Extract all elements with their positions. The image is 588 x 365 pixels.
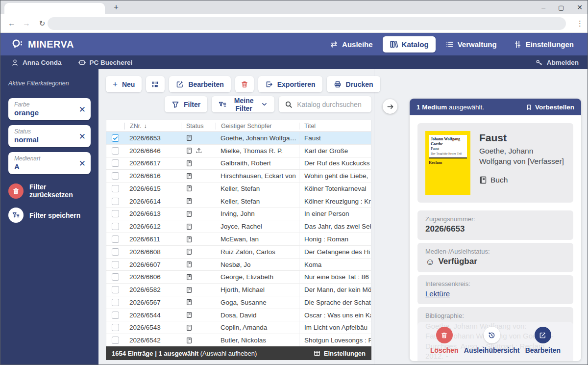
print-button[interactable]: Drucken bbox=[327, 76, 380, 92]
barcode-button[interactable] bbox=[146, 76, 165, 92]
table-row[interactable]: 2026/6653Goethe, Johann Wolfgang von [Ve… bbox=[106, 132, 371, 145]
export-button[interactable]: Exportieren bbox=[258, 76, 322, 92]
panel-action-bar: Löschen Ausleihübersicht bbox=[417, 322, 573, 361]
table-row[interactable]: 2026/6608Ruiz Zafón, CarlosDer Gefangene… bbox=[106, 246, 371, 259]
table-row[interactable]: 2026/6607Nesbø, JoKoma bbox=[106, 259, 371, 271]
row-checkbox[interactable] bbox=[112, 312, 119, 319]
cell-author: Irving, John bbox=[216, 210, 299, 217]
row-checkbox[interactable] bbox=[112, 223, 119, 230]
select-all-column[interactable] bbox=[106, 123, 124, 130]
search-input[interactable] bbox=[297, 101, 366, 108]
minimize-button[interactable]: – bbox=[541, 3, 545, 11]
browser-tab[interactable] bbox=[4, 3, 105, 14]
browser-menu-icon[interactable]: ⋮ bbox=[576, 14, 584, 33]
column-header-status[interactable]: Status bbox=[181, 123, 216, 130]
table-row[interactable]: 2026/6613Irving, JohnIn einer Person bbox=[106, 208, 371, 221]
save-filters-button[interactable]: Filter speichern bbox=[8, 208, 91, 223]
reload-icon[interactable]: ↻ bbox=[36, 14, 49, 33]
row-checkbox[interactable] bbox=[112, 273, 119, 281]
cell-author: Hjorth, Michael bbox=[216, 286, 299, 293]
book-icon bbox=[186, 312, 193, 318]
cell-author: Joyce, Rachel bbox=[216, 223, 299, 230]
filter-chip-farbe[interactable]: Farbe orange ✕ bbox=[8, 98, 91, 120]
forward-icon[interactable]: → bbox=[20, 14, 33, 33]
collapse-panel-button[interactable] bbox=[383, 99, 397, 114]
filter-button[interactable]: Filter bbox=[165, 96, 207, 112]
remove-filter-icon[interactable]: ✕ bbox=[79, 131, 86, 141]
book-icon bbox=[186, 324, 193, 331]
row-checkbox[interactable] bbox=[112, 248, 119, 256]
nav-item-verwaltung[interactable]: Verwaltung bbox=[439, 36, 504, 52]
row-checkbox[interactable] bbox=[112, 337, 119, 344]
edit-media-button[interactable]: Bearbeiten bbox=[525, 327, 561, 361]
table-row[interactable]: 2026/6567Goga, SusanneDie Sprache der Sc… bbox=[106, 296, 371, 309]
filter-chip-medienart[interactable]: Medienart A ✕ bbox=[8, 152, 91, 174]
sort-desc-icon[interactable]: ↓ bbox=[144, 123, 147, 130]
row-checkbox[interactable] bbox=[112, 185, 119, 192]
cell-title: Karl der Große bbox=[299, 145, 371, 157]
row-checkbox[interactable] bbox=[112, 147, 119, 155]
cell-title: Im Licht von Apfelbäu bbox=[299, 321, 371, 334]
new-button[interactable]: + Neu bbox=[106, 76, 142, 92]
address-bar[interactable] bbox=[48, 17, 566, 30]
row-checkbox[interactable] bbox=[112, 159, 119, 167]
row-checkbox[interactable] bbox=[112, 134, 119, 142]
table-settings-button[interactable]: Einstellungen bbox=[314, 350, 366, 357]
clear-selection-link[interactable]: (Auswahl aufheben) bbox=[200, 350, 257, 357]
interest-link[interactable]: Lektüre bbox=[425, 289, 450, 298]
row-checkbox[interactable] bbox=[112, 210, 119, 217]
bookmark-icon bbox=[526, 104, 532, 110]
trash-icon bbox=[241, 80, 248, 88]
remove-filter-icon[interactable]: ✕ bbox=[79, 104, 86, 114]
reserve-button[interactable]: Vorbestellen bbox=[526, 104, 574, 111]
table-row[interactable]: 2026/6646Mielke, Thomas R. P.Karl der Gr… bbox=[106, 145, 371, 157]
nav-item-ausleihe[interactable]: Ausleihe bbox=[323, 36, 380, 52]
row-checkbox[interactable] bbox=[112, 299, 119, 306]
edit-button[interactable]: Bearbeiten bbox=[169, 76, 230, 92]
table-row[interactable]: 2026/6615Keller, StefanKölner Totenkarne… bbox=[106, 182, 371, 195]
delete-button[interactable] bbox=[235, 76, 254, 92]
table-row[interactable]: 2026/6606George, ElizabethNur eine böse … bbox=[106, 271, 371, 284]
table-row[interactable]: 2026/6616Hirschhausen, Eckart vonWohin g… bbox=[106, 170, 371, 182]
column-header-znr[interactable]: ZNr. ↓ bbox=[124, 123, 181, 130]
cell-znr: 2026/6615 bbox=[124, 185, 181, 192]
column-header-author[interactable]: Geistiger Schöpfer bbox=[216, 123, 299, 130]
table-row[interactable]: 2026/6617Galbraith, RobertDer Ruf des Ku… bbox=[106, 157, 371, 170]
back-icon[interactable]: ← bbox=[5, 14, 18, 33]
nav-item-einstellungen[interactable]: Einstellungen bbox=[507, 36, 581, 52]
table-row[interactable]: 2026/6543Coplin, AmandaIm Licht von Apfe… bbox=[106, 321, 371, 334]
column-header-title[interactable]: Titel bbox=[299, 123, 371, 130]
row-checkbox[interactable] bbox=[112, 198, 119, 205]
row-checkbox[interactable] bbox=[112, 261, 119, 268]
remove-filter-icon[interactable]: ✕ bbox=[79, 158, 86, 168]
table-row[interactable]: 2026/6614Keller, StefanKölner Kreuzigung… bbox=[106, 195, 371, 208]
table-row[interactable]: 2026/6611McEwan, IanHonig : Roman bbox=[106, 233, 371, 246]
entry-count: 1654 Einträge | 1 ausgewählt bbox=[112, 350, 198, 357]
table-row[interactable]: 2026/6542Butler, NickolasShotgun Loveson… bbox=[106, 334, 371, 347]
row-checkbox[interactable] bbox=[112, 324, 119, 331]
table-row[interactable]: 2026/6612Joyce, RachelDas Jahr, das zwei… bbox=[106, 220, 371, 233]
catalog-search[interactable] bbox=[279, 96, 371, 112]
nav-item-katalog[interactable]: Katalog bbox=[383, 36, 436, 52]
current-workstation: PC Buecherei bbox=[78, 59, 133, 66]
catalog-table: ZNr. ↓ Status Geistiger Schöpfer Titel 2… bbox=[106, 120, 371, 346]
table-row[interactable]: 2026/6544Dosa, DavidOscar : Was uns ein … bbox=[106, 309, 371, 322]
row-checkbox[interactable] bbox=[112, 286, 119, 293]
new-tab-button[interactable]: + bbox=[110, 1, 122, 13]
cell-author: Coplin, Amanda bbox=[216, 324, 299, 331]
delete-media-button[interactable]: Löschen bbox=[430, 327, 459, 361]
my-filters-button[interactable]: Meine Filter bbox=[212, 96, 274, 112]
loan-overview-button[interactable]: Ausleihübersicht bbox=[464, 327, 520, 361]
reset-filters-button[interactable]: Filter zurücksetzen bbox=[8, 183, 91, 199]
maximize-button[interactable]: ▢ bbox=[558, 4, 564, 11]
close-button[interactable]: ✕ bbox=[577, 3, 583, 11]
row-checkbox[interactable] bbox=[112, 235, 119, 243]
cell-title: Faust bbox=[299, 132, 371, 144]
filter-chip-status[interactable]: Status normal ✕ bbox=[8, 125, 91, 147]
arrow-right-icon bbox=[387, 103, 394, 110]
cell-author: Hirschhausen, Eckart von bbox=[216, 172, 299, 180]
logout-button[interactable]: Abmelden bbox=[536, 59, 579, 66]
row-checkbox[interactable] bbox=[112, 172, 119, 180]
minerva-logo-icon bbox=[11, 38, 24, 51]
table-row[interactable]: 2026/6582Hjorth, MichaelDer Mann, der ke… bbox=[106, 284, 371, 296]
